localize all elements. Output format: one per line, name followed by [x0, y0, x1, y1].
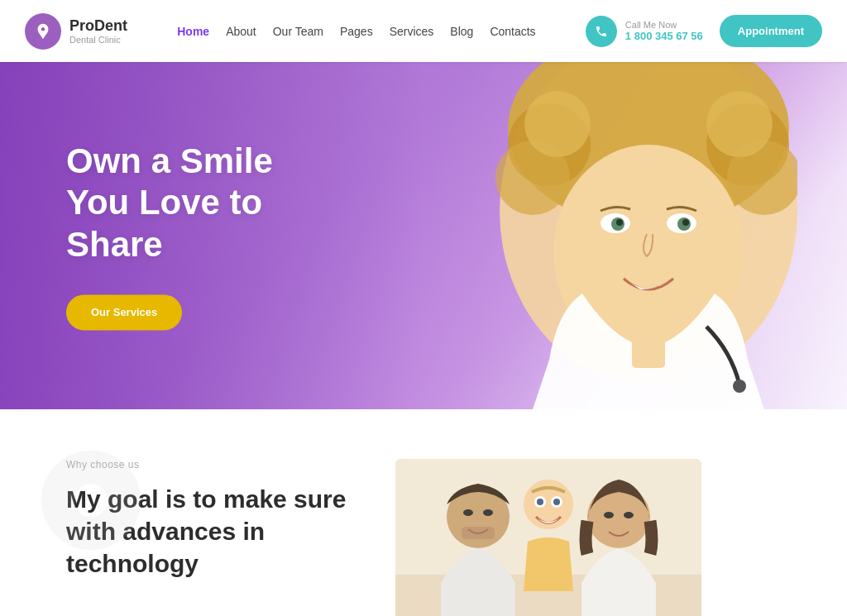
brand-name: ProDent	[69, 17, 127, 35]
call-label: Call Me Now	[625, 20, 703, 30]
header: ProDent Dental Clinic Home About Our Tea…	[0, 0, 847, 62]
svg-point-7	[706, 91, 773, 157]
nav-about[interactable]: About	[226, 25, 256, 38]
nav-pages[interactable]: Pages	[340, 25, 373, 38]
family-photo	[395, 459, 701, 616]
nav-services[interactable]: Services	[390, 25, 434, 38]
hero-content: Own a Smile You Love to Share Our Servic…	[66, 141, 273, 330]
hero-title-line2: You Love to	[66, 184, 262, 222]
svg-rect-16	[632, 335, 665, 368]
nav-blog[interactable]: Blog	[450, 25, 473, 38]
hero-title: Own a Smile You Love to Share	[66, 141, 273, 265]
nav-contacts[interactable]: Contacts	[490, 25, 535, 38]
svg-point-13	[616, 219, 623, 226]
brand-sub: Dental Clinic	[69, 35, 127, 45]
svg-rect-31	[395, 459, 701, 616]
doctor-illustration	[384, 62, 797, 409]
svg-point-15	[733, 380, 746, 393]
main-nav: Home About Our Team Pages Services Blog …	[177, 25, 535, 38]
below-title-line2: with advances in	[66, 518, 265, 545]
below-right	[395, 459, 701, 616]
svg-point-14	[682, 219, 689, 226]
logo: ProDent Dental Clinic	[25, 13, 127, 50]
why-label: Why choose us	[66, 459, 346, 470]
below-title-line3: technology	[66, 550, 199, 577]
below-title-line1: My goal is to make sure	[66, 485, 346, 513]
below-hero-section: Why choose us My goal is to make sure wi…	[0, 409, 847, 616]
below-left: Why choose us My goal is to make sure wi…	[66, 459, 346, 580]
header-right: Call Me Now 1 800 345 67 56 Appointment	[586, 15, 822, 47]
hero-section: Own a Smile You Love to Share Our Servic…	[0, 62, 847, 409]
svg-point-6	[524, 91, 591, 157]
call-area: Call Me Now 1 800 345 67 56	[586, 16, 703, 47]
phone-icon	[586, 16, 617, 47]
our-services-button[interactable]: Our Services	[66, 295, 182, 331]
call-text: Call Me Now 1 800 345 67 56	[625, 20, 703, 42]
hero-title-line1: Own a Smile	[66, 141, 273, 180]
below-title: My goal is to make sure with advances in…	[66, 483, 346, 580]
appointment-button[interactable]: Appointment	[720, 15, 822, 47]
logo-text: ProDent Dental Clinic	[69, 17, 127, 45]
nav-our-team[interactable]: Our Team	[273, 25, 323, 38]
nav-home[interactable]: Home	[177, 25, 209, 38]
hero-title-line3: Share	[66, 225, 163, 264]
logo-icon	[25, 13, 61, 50]
call-number: 1 800 345 67 56	[625, 30, 703, 42]
